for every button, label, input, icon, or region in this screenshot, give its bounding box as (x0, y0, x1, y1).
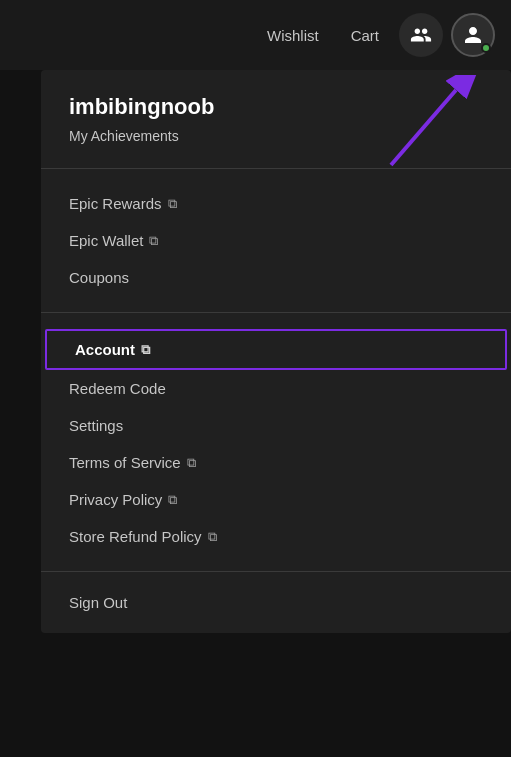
divider-3 (41, 571, 511, 572)
menu-section-2: Account ⧉ Redeem Code Settings Terms of … (41, 321, 511, 563)
sign-out-link[interactable]: Sign Out (41, 580, 511, 625)
friends-button[interactable] (399, 13, 443, 57)
epic-rewards-label: Epic Rewards (69, 195, 162, 212)
epic-wallet-label: Epic Wallet (69, 232, 143, 249)
redeem-code-link[interactable]: Redeem Code (41, 370, 511, 407)
username: imbibingnoob (69, 94, 483, 120)
privacy-policy-link[interactable]: Privacy Policy ⧉ (41, 481, 511, 518)
profile-icon (463, 25, 483, 45)
menu-section-1: Epic Rewards ⧉ Epic Wallet ⧉ Coupons (41, 177, 511, 304)
achievements-link[interactable]: My Achievements (69, 128, 483, 144)
account-label: Account (75, 341, 135, 358)
privacy-external-icon: ⧉ (168, 492, 177, 508)
wishlist-link[interactable]: Wishlist (255, 19, 331, 52)
redeem-code-label: Redeem Code (69, 380, 166, 397)
settings-label: Settings (69, 417, 123, 434)
epic-rewards-link[interactable]: Epic Rewards ⧉ (41, 185, 511, 222)
account-link[interactable]: Account ⧉ (45, 329, 507, 370)
store-refund-policy-label: Store Refund Policy (69, 528, 202, 545)
user-section: imbibingnoob My Achievements (41, 70, 511, 160)
refund-external-icon: ⧉ (208, 529, 217, 545)
top-nav: Wishlist Cart (0, 0, 511, 70)
online-status-dot (481, 43, 491, 53)
privacy-policy-label: Privacy Policy (69, 491, 162, 508)
profile-button[interactable] (451, 13, 495, 57)
coupons-label: Coupons (69, 269, 129, 286)
terms-external-icon: ⧉ (187, 455, 196, 471)
friends-icon (410, 24, 432, 46)
terms-of-service-link[interactable]: Terms of Service ⧉ (41, 444, 511, 481)
dropdown-panel: imbibingnoob My Achievements Epic Reward… (41, 70, 511, 633)
settings-link[interactable]: Settings (41, 407, 511, 444)
store-refund-policy-link[interactable]: Store Refund Policy ⧉ (41, 518, 511, 555)
divider-1 (41, 168, 511, 169)
coupons-link[interactable]: Coupons (41, 259, 511, 296)
divider-2 (41, 312, 511, 313)
epic-wallet-link[interactable]: Epic Wallet ⧉ (41, 222, 511, 259)
epic-rewards-external-icon: ⧉ (168, 196, 177, 212)
account-external-icon: ⧉ (141, 342, 150, 358)
epic-wallet-external-icon: ⧉ (149, 233, 158, 249)
terms-of-service-label: Terms of Service (69, 454, 181, 471)
cart-link[interactable]: Cart (339, 19, 391, 52)
